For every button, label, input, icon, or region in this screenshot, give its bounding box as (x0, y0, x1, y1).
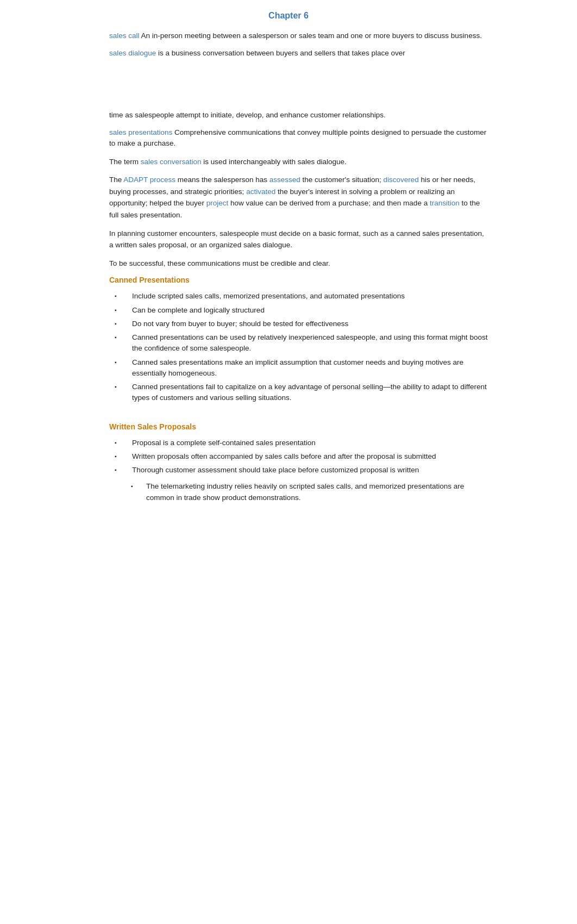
list-item: ▪ Can be complete and logically structur… (109, 305, 490, 316)
bullet-text: Can be complete and logically structured (132, 305, 490, 316)
written-heading: Written Sales Proposals (109, 422, 490, 431)
written-section: Written Sales Proposals ▪ Proposal is a … (109, 422, 490, 503)
sales-dialogue-definition: is a business conversation between buyer… (158, 49, 405, 57)
written-bullet-list: ▪ Proposal is a complete self-contained … (109, 438, 490, 476)
bullet-icon: ▪ (115, 465, 128, 474)
bullet-icon: ▪ (115, 451, 128, 460)
adapt-text2: means the salesperson has (178, 176, 269, 184)
sc-text1: The term (109, 158, 139, 166)
bullet-text: Proposal is a complete self-contained sa… (132, 438, 490, 448)
adapt-text3: the customer's situation; (303, 176, 384, 184)
sales-dialogue-term: sales dialogue (109, 49, 156, 57)
list-item: ▪ Proposal is a complete self-contained … (109, 438, 490, 448)
sales-conversation-paragraph: The term sales conversation is used inte… (109, 156, 490, 168)
bullet-icon: ▪ (115, 357, 128, 366)
written-sub-bullet-list: ▪ The telemarketing industry relies heav… (131, 481, 490, 503)
bullet-icon: ▪ (115, 438, 128, 447)
bullet-text: Do not vary from buyer to buyer; should … (132, 319, 490, 329)
canned-section: Canned Presentations ▪ Include scripted … (109, 276, 490, 403)
adapt-discovered: discovered (383, 176, 418, 184)
adapt-activated: activated (246, 188, 275, 196)
adapt-text1: The (109, 176, 122, 184)
sales-presentations-term: sales presentations (109, 128, 172, 136)
sales-conversation-term: sales conversation (141, 158, 202, 166)
list-item: ▪ Include scripted sales calls, memorize… (109, 291, 490, 302)
chapter-title: Chapter 6 (87, 11, 490, 21)
bullet-icon: ▪ (115, 305, 128, 314)
bullet-text: Canned sales presentations make an impli… (132, 357, 490, 379)
sub-bullet-icon: ▪ (131, 481, 142, 490)
bullet-icon: ▪ (115, 332, 128, 341)
list-item: ▪ Thorough customer assessment should ta… (109, 465, 490, 476)
canned-heading: Canned Presentations (109, 276, 490, 284)
canned-bullet-list: ▪ Include scripted sales calls, memorize… (109, 291, 490, 403)
bullet-icon: ▪ (115, 382, 128, 391)
adapt-paragraph: The ADAPT process means the salesperson … (109, 174, 490, 221)
bullet-text: Written proposals often accompanied by s… (132, 451, 490, 462)
adapt-text6: how value can be derived from a purchase… (230, 199, 428, 207)
list-item: ▪ The telemarketing industry relies heav… (131, 481, 490, 503)
list-item: ▪ Do not vary from buyer to buyer; shoul… (109, 319, 490, 329)
sales-call-term: sales call (109, 32, 140, 40)
sales-presentations-block: sales presentations Comprehensive commun… (109, 127, 490, 149)
sales-call-block: sales call An in-person meeting between … (109, 30, 490, 41)
list-item: ▪ Canned presentations can be used by re… (109, 332, 490, 354)
sc-text2: is used interchangeably with sales dialo… (203, 158, 346, 166)
planning-paragraph: In planning customer encounters, salespe… (109, 228, 490, 251)
section-spacer (87, 409, 490, 418)
page-gap (87, 66, 490, 109)
adapt-assessed: assessed (269, 176, 300, 184)
bullet-icon: ▪ (115, 319, 128, 328)
adapt-transition: transition (430, 199, 460, 207)
success-paragraph: To be successful, these communications m… (109, 258, 490, 270)
bullet-text: Canned presentations can be used by rela… (132, 332, 490, 354)
page-container: Chapter 6 sales call An in-person meetin… (55, 0, 522, 538)
bullet-text: Canned presentations fail to capitalize … (132, 382, 490, 404)
bullet-text: Include scripted sales calls, memorized … (132, 291, 490, 302)
bullet-icon: ▪ (115, 291, 128, 300)
bullet-text: Thorough customer assessment should take… (132, 465, 490, 476)
continuation-paragraph: time as salespeople attempt to initiate,… (109, 109, 490, 121)
sales-call-definition: An in-person meeting between a salespers… (141, 32, 482, 40)
list-item: ▪ Written proposals often accompanied by… (109, 451, 490, 462)
list-item: ▪ Canned sales presentations make an imp… (109, 357, 490, 379)
adapt-term: ADAPT process (123, 176, 175, 184)
adapt-project: project (206, 199, 229, 207)
sales-dialogue-block: sales dialogue is a business conversatio… (109, 48, 490, 59)
list-item: ▪ Canned presentations fail to capitaliz… (109, 382, 490, 404)
sub-bullet-text: The telemarketing industry relies heavil… (146, 481, 490, 503)
